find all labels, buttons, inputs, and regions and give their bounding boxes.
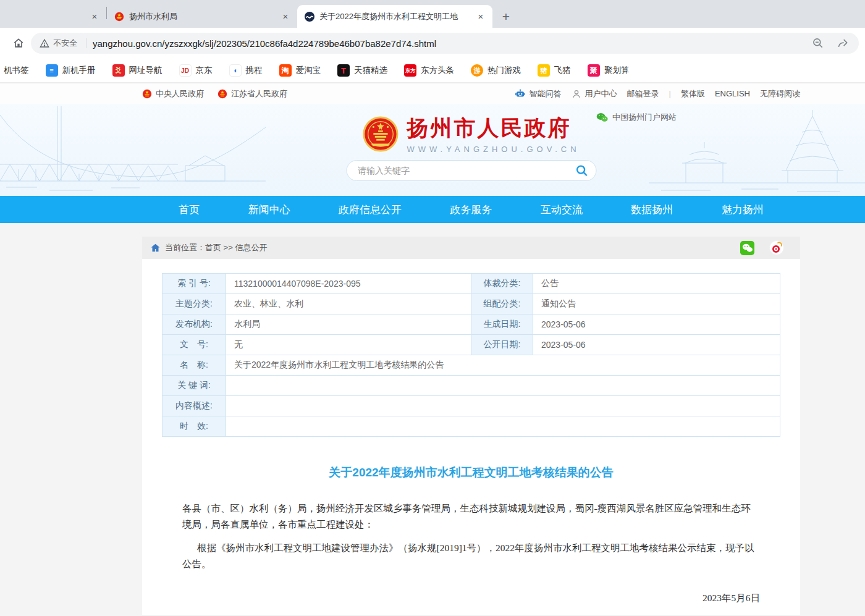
meta-label: 公开日期: bbox=[471, 335, 533, 355]
article-body: 关于2022年度扬州市水利工程文明工地考核结果的公告 各县（市、区）水利（务）局… bbox=[142, 465, 800, 616]
nav-charm[interactable]: 魅力扬州 bbox=[722, 203, 764, 217]
breadcrumb-label: 当前位置： bbox=[165, 243, 205, 252]
bookmark-item[interactable]: 爻 网址导航 bbox=[112, 64, 162, 77]
juhuasuan-icon: 聚 bbox=[588, 64, 600, 77]
meta-value-topic: 农业、林业、水利 bbox=[226, 294, 471, 314]
bookmark-item[interactable]: 东方 东方头条 bbox=[404, 64, 454, 77]
robot-icon bbox=[515, 89, 526, 99]
content-card: 当前位置：首页 >> 信息公开 索 引 号: 11321000014407098… bbox=[142, 237, 800, 615]
table-row: 索 引 号: 11321000014407098E-2023-095 体裁分类:… bbox=[162, 274, 780, 294]
breadcrumb: 当前位置：首页 >> 信息公开 bbox=[142, 237, 800, 259]
browser-page-favicon-icon bbox=[305, 12, 314, 22]
table-row: 发布机构: 水利局 生成日期: 2023-05-06 bbox=[162, 314, 780, 335]
meta-label: 组配分类: bbox=[471, 294, 533, 314]
nav-info-disclosure[interactable]: 政府信息公开 bbox=[339, 203, 402, 217]
nav-services[interactable]: 政务服务 bbox=[450, 203, 492, 217]
table-row: 内容概述: bbox=[162, 396, 780, 416]
share-weibo-icon[interactable] bbox=[769, 240, 784, 255]
link-central-gov[interactable]: 中央人民政府 bbox=[142, 88, 204, 99]
bookmark-label: 东方头条 bbox=[421, 65, 454, 76]
games-icon: 游 bbox=[471, 64, 483, 77]
article-date: 2023年5月6日 bbox=[182, 592, 760, 605]
bookmark-item[interactable]: 猪 飞猪 bbox=[538, 64, 571, 77]
address-divider bbox=[86, 38, 86, 48]
nav-interaction[interactable]: 互动交流 bbox=[541, 203, 583, 217]
meta-label: 关 键 词: bbox=[162, 376, 226, 395]
tab-close-icon[interactable]: × bbox=[280, 11, 291, 22]
meta-label: 名 称: bbox=[162, 355, 226, 375]
main-navigation: 首页 新闻中心 政府信息公开 政务服务 互动交流 数据扬州 魅力扬州 bbox=[0, 196, 865, 223]
bookmark-item[interactable]: ≡ 新机手册 bbox=[46, 64, 96, 77]
bookmark-item[interactable]: ◖ 携程 bbox=[229, 64, 263, 77]
document-meta-table: 索 引 号: 11321000014407098E-2023-095 体裁分类:… bbox=[162, 273, 780, 437]
meta-label: 发布机构: bbox=[162, 314, 226, 334]
bookmark-item[interactable]: 淘 爱淘宝 bbox=[279, 64, 321, 77]
tab-title: 扬州市水利局 bbox=[129, 11, 276, 22]
portal-label: 中国扬州门户网站 bbox=[612, 112, 677, 123]
search-input[interactable] bbox=[358, 166, 575, 175]
meta-label: 体裁分类: bbox=[471, 274, 533, 293]
zoom-out-icon[interactable] bbox=[811, 36, 825, 51]
nav-news[interactable]: 新闻中心 bbox=[248, 203, 290, 217]
accessibility-link[interactable]: 无障碍阅读 bbox=[760, 88, 800, 99]
tab-close-icon[interactable]: × bbox=[89, 11, 100, 22]
bookmark-item[interactable]: 游 热门游戏 bbox=[471, 64, 521, 77]
bookmark-item[interactable]: T 天猫精选 bbox=[337, 64, 387, 77]
bookmark-label: 京东 bbox=[196, 65, 213, 76]
site-search[interactable] bbox=[346, 160, 596, 181]
link-label: 江苏省人民政府 bbox=[231, 88, 287, 99]
bookmark-label: 聚划算 bbox=[604, 65, 630, 76]
site-title: 扬州市人民政府 bbox=[407, 114, 580, 143]
meta-value-agency: 水利局 bbox=[226, 314, 471, 334]
security-status[interactable]: 不安全 bbox=[53, 38, 77, 49]
home-icon[interactable] bbox=[10, 35, 27, 52]
meta-value-summary bbox=[226, 396, 780, 416]
tab-3-active[interactable]: 关于2022年度扬州市水利工程文明工地 × bbox=[297, 5, 492, 28]
topbar-divider: | bbox=[669, 89, 671, 98]
bookmark-label: 新机手册 bbox=[62, 65, 96, 76]
link-jiangsu-gov[interactable]: 江苏省人民政府 bbox=[217, 88, 287, 99]
tab-close-icon[interactable]: × bbox=[475, 11, 486, 22]
national-emblem-icon bbox=[362, 116, 398, 152]
english-link[interactable]: ENGLISH bbox=[715, 89, 750, 98]
share-icon[interactable] bbox=[835, 36, 850, 51]
gov-emblem-icon bbox=[217, 89, 227, 99]
nav-data[interactable]: 数据扬州 bbox=[631, 203, 673, 217]
bookmark-item[interactable]: JD 京东 bbox=[179, 64, 213, 77]
meta-label: 时 效: bbox=[162, 416, 226, 436]
bookmark-label: 飞猪 bbox=[554, 65, 571, 76]
new-tab-button[interactable]: + bbox=[497, 8, 515, 25]
address-field[interactable]: 不安全 yangzhou.gov.cn/yzszxxgk/slj/202305/… bbox=[31, 33, 859, 54]
search-icon[interactable] bbox=[575, 164, 588, 177]
article-paragraph: 根据《扬州市水利工程文明工地建设管理办法》（扬水规[2019]1号），2022年… bbox=[182, 540, 760, 572]
table-row: 文 号: 无 公开日期: 2023-05-06 bbox=[162, 335, 780, 355]
tab-1[interactable]: × bbox=[0, 5, 106, 28]
breadcrumb-home-icon[interactable] bbox=[151, 243, 160, 252]
meta-value-title: 关于2022年度扬州市水利工程文明工地考核结果的公告 bbox=[226, 355, 780, 375]
nav-site-icon: 爻 bbox=[112, 64, 125, 77]
jd-icon: JD bbox=[179, 64, 192, 77]
meta-value-created-date: 2023-05-06 bbox=[533, 314, 819, 334]
site-banner: 扬州市人民政府 WWW.YANGZHOU.GOV.CN 中国扬州门户网站 bbox=[0, 104, 865, 196]
traditional-chinese-link[interactable]: 繁体版 bbox=[681, 88, 705, 99]
breadcrumb-path[interactable]: 首页 >> 信息公开 bbox=[205, 243, 267, 252]
meta-value-keywords bbox=[226, 376, 780, 395]
url-text[interactable]: yangzhou.gov.cn/yzszxxgk/slj/202305/210c… bbox=[93, 38, 801, 49]
user-center-link[interactable]: 用户中心 bbox=[572, 88, 617, 99]
site-logo[interactable]: 扬州市人民政府 WWW.YANGZHOU.GOV.CN bbox=[362, 114, 580, 154]
share-wechat-icon[interactable] bbox=[740, 241, 754, 255]
wechat-icon bbox=[596, 112, 608, 122]
table-row: 关 键 词: bbox=[162, 376, 780, 396]
bookmark-item[interactable]: 机书签 bbox=[4, 65, 29, 76]
portal-wechat-link[interactable]: 中国扬州门户网站 bbox=[596, 112, 677, 123]
table-row: 时 效: bbox=[162, 416, 780, 437]
smart-qa-link[interactable]: 智能问答 bbox=[515, 88, 562, 99]
mail-login-link[interactable]: 邮箱登录 bbox=[627, 88, 659, 99]
bookmark-item[interactable]: 聚 聚划算 bbox=[588, 64, 630, 77]
bookmark-label: 机书签 bbox=[4, 65, 29, 76]
gov-emblem-favicon-icon bbox=[114, 12, 124, 22]
nav-home[interactable]: 首页 bbox=[179, 203, 200, 217]
tab-2[interactable]: 扬州市水利局 × bbox=[107, 5, 297, 28]
meta-value-doc-number: 无 bbox=[226, 335, 471, 355]
article-title: 关于2022年度扬州市水利工程文明工地考核结果的公告 bbox=[182, 465, 760, 481]
